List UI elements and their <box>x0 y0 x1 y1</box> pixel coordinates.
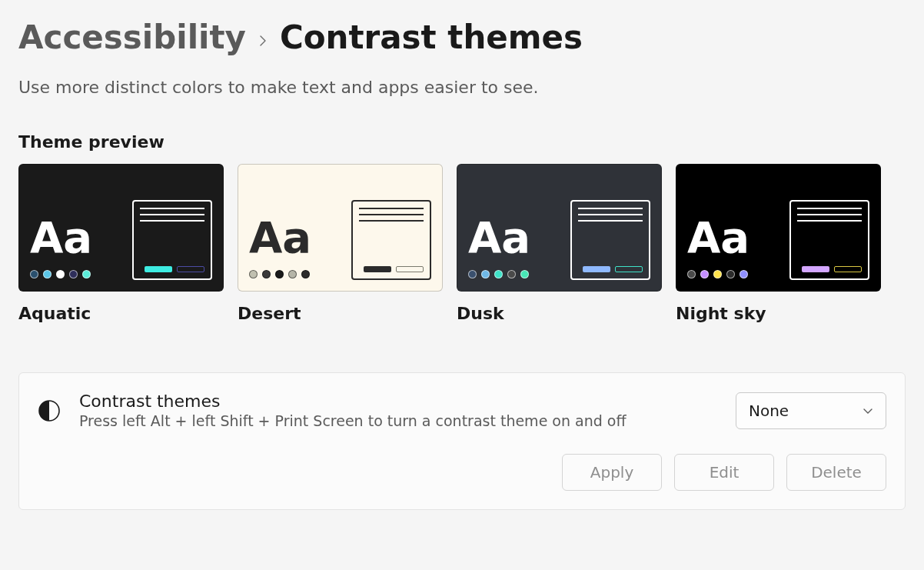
line <box>578 208 643 209</box>
swatch <box>507 270 516 278</box>
window-lines <box>359 208 424 222</box>
theme-label: Night sky <box>676 304 881 323</box>
swatch <box>30 270 38 278</box>
swatch <box>249 270 258 278</box>
breadcrumb: Accessibility Contrast themes <box>18 18 906 56</box>
window-lines <box>797 208 862 222</box>
contrast-themes-subtitle: Press left Alt + left Shift + Print Scre… <box>79 412 717 429</box>
swatch <box>69 270 78 278</box>
swatch <box>275 270 284 278</box>
window-icon <box>351 200 431 280</box>
theme-label: Aquatic <box>18 304 224 323</box>
contrast-themes-text: Contrast themes Press left Alt + left Sh… <box>79 392 717 429</box>
contrast-themes-title: Contrast themes <box>79 392 717 411</box>
theme-preview-left: Aa <box>30 216 92 280</box>
page-description: Use more distinct colors to make text an… <box>18 78 906 97</box>
swatch <box>494 270 503 278</box>
window-icon <box>570 200 650 280</box>
theme-preview: Aa <box>457 164 662 292</box>
sample-text-icon: Aa <box>30 216 92 259</box>
window-bars <box>578 266 643 272</box>
contrast-themes-row: Contrast themes Press left Alt + left Sh… <box>38 392 886 429</box>
swatch <box>700 270 709 278</box>
line <box>797 214 862 215</box>
theme-preview-left: Aa <box>249 216 311 280</box>
sample-text-icon: Aa <box>687 216 750 259</box>
delete-button[interactable]: Delete <box>786 454 886 491</box>
theme-preview: Aa <box>238 164 443 292</box>
line <box>359 208 424 209</box>
swatch <box>740 270 748 278</box>
sample-text-icon: Aa <box>468 216 530 259</box>
theme-grid: AaAquaticAaDesertAaDuskAaNight sky <box>18 164 906 323</box>
theme-preview-left: Aa <box>468 216 530 280</box>
line <box>359 214 424 215</box>
bar-outline <box>615 266 643 272</box>
color-swatches <box>30 270 92 278</box>
swatch <box>481 270 490 278</box>
swatch <box>713 270 722 278</box>
line <box>140 208 204 209</box>
color-swatches <box>249 270 311 278</box>
line <box>578 214 643 215</box>
color-swatches <box>687 270 750 278</box>
swatch <box>56 270 65 278</box>
swatch <box>520 270 529 278</box>
theme-label: Dusk <box>457 304 662 323</box>
page-title: Contrast themes <box>280 18 583 56</box>
theme-select[interactable]: None <box>736 392 886 429</box>
bar-outline <box>396 266 424 272</box>
contrast-themes-card: Contrast themes Press left Alt + left Sh… <box>18 372 906 510</box>
chevron-right-icon <box>257 28 269 52</box>
window-icon <box>132 200 212 280</box>
swatch <box>301 270 310 278</box>
breadcrumb-parent[interactable]: Accessibility <box>18 18 246 56</box>
window-lines <box>578 208 643 222</box>
theme-preview: Aa <box>676 164 881 292</box>
edit-button[interactable]: Edit <box>674 454 774 491</box>
line <box>578 220 643 222</box>
line <box>140 214 204 215</box>
line <box>797 208 862 209</box>
theme-card-aquatic[interactable]: AaAquatic <box>18 164 224 323</box>
line <box>797 220 862 222</box>
swatch <box>82 270 91 278</box>
swatch <box>288 270 297 278</box>
window-bars <box>359 266 424 272</box>
bar-outline <box>177 266 204 272</box>
color-swatches <box>468 270 530 278</box>
bar <box>145 266 172 272</box>
theme-card-night-sky[interactable]: AaNight sky <box>676 164 881 323</box>
window-bars <box>140 266 204 272</box>
bar-outline <box>834 266 862 272</box>
bar <box>364 266 391 272</box>
window-icon <box>789 200 869 280</box>
swatch <box>687 270 696 278</box>
swatch <box>43 270 52 278</box>
apply-button[interactable]: Apply <box>562 454 662 491</box>
theme-label: Desert <box>238 304 443 323</box>
theme-card-dusk[interactable]: AaDusk <box>457 164 662 323</box>
sample-text-icon: Aa <box>249 216 311 259</box>
window-lines <box>140 208 204 222</box>
action-row: Apply Edit Delete <box>38 454 886 491</box>
bar <box>802 266 829 272</box>
swatch <box>468 270 477 278</box>
bar <box>583 266 610 272</box>
swatch <box>262 270 271 278</box>
window-bars <box>797 266 862 272</box>
theme-preview: Aa <box>18 164 224 292</box>
contrast-icon <box>38 399 61 422</box>
theme-preview-left: Aa <box>687 216 750 280</box>
theme-select-value: None <box>749 402 789 420</box>
chevron-down-icon <box>863 405 873 416</box>
section-title-theme-preview: Theme preview <box>18 132 906 152</box>
theme-card-desert[interactable]: AaDesert <box>238 164 443 323</box>
line <box>140 220 204 222</box>
line <box>359 220 424 222</box>
swatch <box>726 270 735 278</box>
